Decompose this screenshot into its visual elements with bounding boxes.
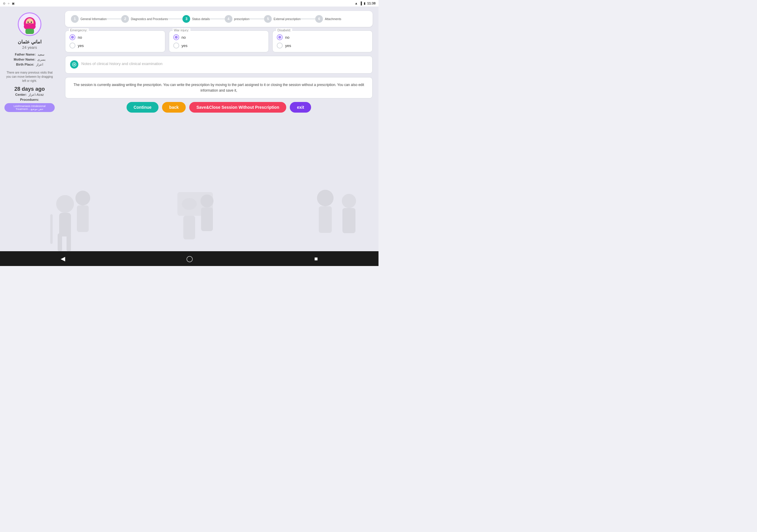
emergency-yes-radio[interactable] — [70, 43, 76, 48]
step-4[interactable]: 4 prescription — [225, 15, 250, 23]
procedures-label: Proceduers: — [20, 98, 39, 102]
step-4-circle: 4 — [225, 15, 232, 23]
step-5-label: External prescription — [274, 17, 300, 21]
disabled-no-option[interactable]: no — [277, 34, 368, 40]
patient-age: 24 years — [22, 45, 37, 50]
app-icon-3: ▣ — [12, 2, 15, 5]
war-injury-no-text: no — [182, 35, 186, 40]
days-ago: 28 days ago — [14, 86, 45, 92]
save-close-button[interactable]: Save&Close Session Without Prescription — [189, 102, 286, 113]
patient-father: Father Name: سعيد — [4, 53, 55, 56]
step-3[interactable]: 3 Status details — [182, 15, 210, 23]
war-injury-yes-option[interactable]: yes — [173, 43, 265, 48]
notes-placeholder: Notes of clinical history and clinical e… — [81, 60, 163, 66]
step-6-circle: 6 — [315, 15, 323, 23]
procedure-badge[interactable]: Leishmaniasis Intralesional Treatment-..… — [4, 103, 55, 112]
center-name: اعزاز-Azaz — [28, 93, 44, 96]
connector-2-3 — [168, 18, 182, 19]
main-panel: 1 General Information 2 Diagnostics and … — [59, 7, 378, 251]
continue-button[interactable]: Continue — [127, 102, 159, 113]
center-info: Center: اعزاز-Azaz — [15, 93, 44, 97]
home-nav-icon[interactable]: ◯ — [186, 255, 193, 262]
main-content: اماني عثمان 24 years Father Name: سعيد M… — [0, 7, 378, 251]
connector-3-4 — [210, 18, 225, 19]
connector-5-6 — [300, 18, 315, 19]
step-5-circle: 5 — [264, 15, 272, 23]
emergency-no-option[interactable]: no — [70, 34, 161, 40]
step-1-circle: 1 — [71, 15, 79, 23]
visit-note: There are many previous visits that you … — [4, 71, 55, 83]
patient-mother: Mother Name: بسرى — [4, 58, 55, 62]
time-display: 11:38 — [367, 1, 376, 5]
step-2[interactable]: 2 Diagnostics and Procedures — [121, 15, 168, 23]
war-injury-yes-radio[interactable] — [173, 43, 179, 48]
disabled-label: Disabeld: — [276, 28, 292, 32]
battery-icon: ▮ — [364, 1, 366, 5]
step-6[interactable]: 6 Attachments — [315, 15, 341, 23]
disabled-yes-text: yes — [285, 44, 291, 48]
wifi-icon: ▲ — [354, 1, 358, 5]
svg-point-20 — [27, 21, 29, 23]
notes-box[interactable]: Notes of clinical history and clinical e… — [65, 56, 373, 74]
app-icon-2: ○ — [8, 2, 10, 5]
father-label: Father Name: — [15, 53, 36, 56]
patient-name: اماني عثمان — [18, 39, 42, 44]
father-name: سعيد — [38, 53, 45, 56]
app-icon-1: ⊙ — [3, 2, 5, 5]
disabled-no-radio[interactable] — [277, 34, 283, 40]
disabled-group: Disabeld: no yes — [272, 30, 373, 52]
disabled-no-text: no — [285, 35, 289, 40]
notes-icon — [70, 60, 78, 69]
emergency-no-text: no — [78, 35, 82, 40]
connector-1-2 — [106, 18, 121, 19]
signal-icon: ▐ — [360, 1, 362, 5]
patient-avatar — [18, 13, 42, 36]
step-3-circle: 3 — [182, 15, 190, 23]
step-2-label: Diagnostics and Procedures — [131, 17, 168, 21]
emergency-yes-text: yes — [78, 44, 84, 48]
disabled-yes-radio[interactable] — [277, 43, 283, 48]
step-2-circle: 2 — [121, 15, 129, 23]
step-1[interactable]: 1 General Information — [71, 15, 106, 23]
war-injury-group: War injury: no yes — [169, 30, 269, 52]
status-bar-left: ⊙ ○ ▣ — [3, 2, 15, 5]
birthplace-label: Birth Place: — [16, 63, 34, 66]
back-button[interactable]: back — [162, 102, 186, 113]
action-buttons: Continue back Save&Close Session Without… — [65, 102, 373, 113]
step-1-label: General Information — [80, 17, 106, 21]
status-bar: ⊙ ○ ▣ ▲ ▐ ▮ 11:38 — [0, 0, 378, 7]
nav-bar: ◀ ◯ ■ — [0, 251, 378, 266]
emergency-no-radio[interactable] — [70, 34, 76, 40]
step-3-label: Status details — [192, 17, 210, 21]
mother-name: بسرى — [37, 58, 45, 61]
mother-label: Mother Name: — [14, 58, 35, 61]
sidebar: اماني عثمان 24 years Father Name: سعيد M… — [0, 7, 59, 251]
exit-button[interactable]: exit — [290, 102, 311, 113]
svg-rect-22 — [25, 29, 34, 34]
back-nav-icon[interactable]: ◀ — [61, 255, 65, 262]
recent-nav-icon[interactable]: ■ — [314, 255, 318, 262]
status-icons: ▲ ▐ ▮ 11:38 — [354, 1, 376, 5]
step-5[interactable]: 5 External prescription — [264, 15, 300, 23]
war-injury-yes-text: yes — [182, 44, 188, 48]
emergency-label: Emergecny: — [69, 28, 89, 32]
war-injury-no-radio[interactable] — [173, 34, 179, 40]
step-4-label: prescription — [234, 17, 250, 21]
emergency-yes-option[interactable]: yes — [70, 43, 161, 48]
patient-birthplace: Birth Place: اعزاز — [4, 63, 55, 67]
svg-point-21 — [31, 21, 32, 23]
war-injury-no-option[interactable]: no — [173, 34, 265, 40]
disabled-yes-option[interactable]: yes — [277, 43, 368, 48]
stepper: 1 General Information 2 Diagnostics and … — [65, 11, 373, 27]
war-injury-label: War injury: — [173, 28, 191, 32]
birthplace-value: اعزاز — [36, 63, 43, 66]
center-label: Center: — [15, 93, 27, 96]
emergency-group: Emergecny: no yes — [65, 30, 165, 52]
radio-groups-row: Emergecny: no yes War injury: — [65, 30, 373, 52]
step-6-label: Attachments — [325, 17, 341, 21]
info-message: The session is currently awaiting writin… — [65, 77, 373, 99]
connector-4-5 — [249, 18, 264, 19]
